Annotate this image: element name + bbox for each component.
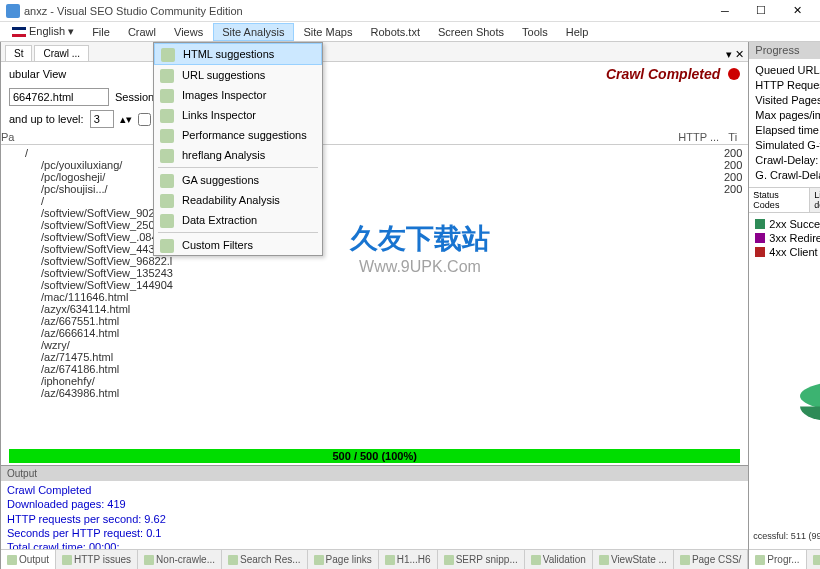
legend-item: 4xx Client Error: 2 (0.39%): [755, 245, 820, 259]
output-tab[interactable]: HTTP issues: [56, 550, 138, 569]
output-tab[interactable]: Page CSS/: [674, 550, 748, 569]
stats-list: Queued URLs:37716HTTP Requests:516Visite…: [749, 59, 820, 187]
stat-tabs: Status CodesLink depthDownload TimeCrawl…: [749, 187, 820, 213]
html-icon: [161, 48, 175, 62]
stat-tab[interactable]: Link depth: [810, 188, 820, 212]
maximize-button[interactable]: ☐: [744, 1, 778, 21]
stat-row: G. Crawl-Delay:00:05:33: [755, 168, 820, 183]
tree-item[interactable]: /pc/youxiluxiang/200: [5, 159, 744, 171]
dd-html-suggestions[interactable]: HTML suggestions: [154, 43, 322, 65]
legend-item: 2xx Successful: 511 (99.22%): [755, 217, 820, 231]
tree-item[interactable]: /: [5, 195, 744, 207]
menu-bar: English ▾ File Crawl Views Site Analysis…: [0, 22, 820, 42]
tree-item[interactable]: /softview/SoftView_135243: [5, 267, 744, 279]
menu-site-analysis[interactable]: Site Analysis: [213, 23, 293, 41]
tree-item[interactable]: /softview/SoftView_443807: [5, 243, 744, 255]
tree-item[interactable]: /az/666614.html: [5, 327, 744, 339]
legend-item: 3xx Redirection: 2 (0.39%): [755, 231, 820, 245]
stat-row: Queued URLs:37716: [755, 63, 820, 78]
dd-performance[interactable]: Performance suggestions: [154, 125, 322, 145]
show-progressive-checkbox[interactable]: [138, 113, 151, 126]
separator: [158, 167, 318, 168]
output-body[interactable]: Crawl Completed Downloaded pages: 419 HT…: [1, 481, 748, 549]
stat-row: Crawl-Delay:00:00:00: [755, 153, 820, 168]
tree-item[interactable]: /mac/111646.html: [5, 291, 744, 303]
menu-views[interactable]: Views: [166, 24, 211, 40]
output-panel: Output Crawl Completed Downloaded pages:…: [1, 465, 748, 569]
stat-tab[interactable]: Status Codes: [749, 188, 810, 212]
tree-item[interactable]: /pc/shoujisi.../200: [5, 183, 744, 195]
separator: [158, 232, 318, 233]
filter-icon: [160, 239, 174, 253]
site-analysis-dropdown: HTML suggestions URL suggestions Images …: [153, 42, 323, 256]
menu-file[interactable]: File: [84, 24, 118, 40]
output-tab[interactable]: Output: [1, 550, 56, 569]
tree-item[interactable]: /softview/SoftView_.08493: [5, 231, 744, 243]
dd-links-inspector[interactable]: Links Inspector: [154, 105, 322, 125]
center-panel: St Crawl ... ▾ ✕ ubular View Crawl Compl…: [1, 42, 749, 569]
crawl-status: Crawl Completed: [606, 66, 720, 82]
tree-item[interactable]: /wzry/: [5, 339, 744, 351]
url-tree[interactable]: /200 /pc/youxiluxiang/200/pc/logosheji/2…: [1, 145, 748, 447]
stat-row: Max pages/images Nr:500: [755, 108, 820, 123]
images-icon: [160, 89, 174, 103]
tree-item[interactable]: /softview/SoftView_96822.l: [5, 255, 744, 267]
dd-hreflang[interactable]: hreflang Analysis: [154, 145, 322, 165]
hreflang-icon: [160, 149, 174, 163]
output-tab[interactable]: ViewState ...: [593, 550, 674, 569]
stat-row: Elapsed time:00:00:53: [755, 123, 820, 138]
tab-crawl[interactable]: Crawl ...: [34, 45, 89, 61]
dd-ga-suggestions[interactable]: GA suggestions: [154, 170, 322, 190]
output-tab[interactable]: SERP snipp...: [438, 550, 525, 569]
links-icon: [160, 109, 174, 123]
output-tab[interactable]: Search Res...: [222, 550, 308, 569]
right-tab[interactable]: Progr...: [749, 550, 806, 569]
language-menu[interactable]: English ▾: [4, 23, 82, 40]
extract-icon: [160, 214, 174, 228]
dd-custom-filters[interactable]: Custom Filters: [154, 235, 322, 255]
minimize-button[interactable]: ─: [708, 1, 742, 21]
dd-readability[interactable]: Readability Analysis: [154, 190, 322, 210]
level-label: and up to level:: [9, 113, 84, 125]
output-tab[interactable]: H1...H6: [379, 550, 438, 569]
dd-url-suggestions[interactable]: URL suggestions: [154, 65, 322, 85]
window-title: anxz - Visual SEO Studio Community Editi…: [24, 5, 708, 17]
tree-item[interactable]: /az/71475.html: [5, 351, 744, 363]
ga-icon: [160, 174, 174, 188]
menu-site-maps[interactable]: Site Maps: [296, 24, 361, 40]
menu-help[interactable]: Help: [558, 24, 597, 40]
output-tab[interactable]: Validation: [525, 550, 593, 569]
output-tab[interactable]: Non-crawle...: [138, 550, 222, 569]
tree-item[interactable]: /softview/SoftView_90261.l: [5, 207, 744, 219]
url-input[interactable]: [9, 88, 109, 106]
menu-screenshots[interactable]: Screen Shots: [430, 24, 512, 40]
menu-tools[interactable]: Tools: [514, 24, 556, 40]
tree-item[interactable]: /az/643986.html: [5, 387, 744, 399]
stat-row: Visited Pages:500: [755, 93, 820, 108]
output-header: Output: [1, 466, 748, 481]
right-bottom-tabs: Progr...SessionPrope...Conte...DOMScree.…: [749, 549, 820, 569]
tree-item[interactable]: /softview/SoftView_144904: [5, 279, 744, 291]
panel-controls[interactable]: ▾ ✕: [726, 48, 744, 61]
tree-header: PaHTTP ...Ti: [1, 130, 748, 145]
menu-crawl[interactable]: Crawl: [120, 24, 164, 40]
tab-st[interactable]: St: [5, 45, 32, 61]
dd-images-inspector[interactable]: Images Inspector: [154, 85, 322, 105]
tree-item[interactable]: /softview/SoftView_250839: [5, 219, 744, 231]
tree-item[interactable]: /pc/logosheji/200: [5, 171, 744, 183]
app-icon: [6, 4, 20, 18]
right-tab[interactable]: Session: [807, 550, 820, 569]
menu-robots[interactable]: Robots.txt: [362, 24, 428, 40]
tree-root[interactable]: /200: [5, 147, 744, 159]
spinner-icon[interactable]: ▴▾: [120, 113, 132, 126]
flag-icon: [12, 27, 26, 37]
dd-data-extraction[interactable]: Data Extraction: [154, 210, 322, 230]
tree-item[interactable]: /azyx/634114.html: [5, 303, 744, 315]
output-tab[interactable]: Page links: [308, 550, 379, 569]
tree-item[interactable]: /az/667551.html: [5, 315, 744, 327]
tree-item[interactable]: /iphonehfy/: [5, 375, 744, 387]
tree-item[interactable]: /az/674186.html: [5, 363, 744, 375]
read-icon: [160, 194, 174, 208]
level-input[interactable]: [90, 110, 114, 128]
close-button[interactable]: ✕: [780, 1, 814, 21]
